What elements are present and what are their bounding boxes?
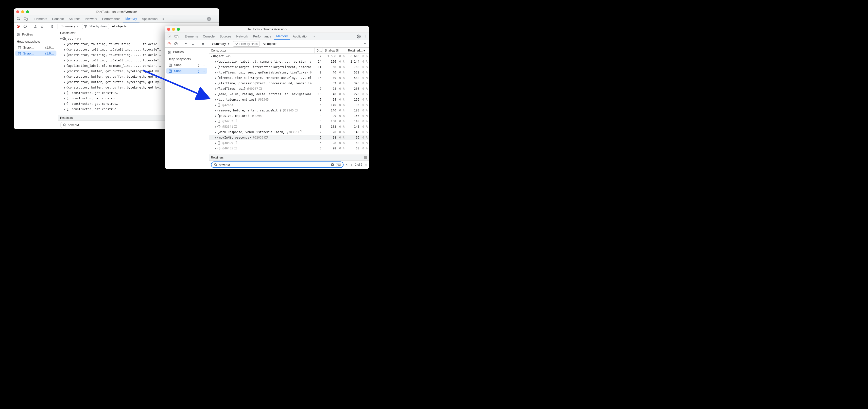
search-icon [63,123,66,127]
tab-application[interactable]: Application [290,33,311,40]
tab-memory[interactable]: Memory [274,33,290,40]
table-row[interactable]: {loadTimes, csi} @497072280 %2600 % [209,86,369,91]
tab-application[interactable]: Application [140,15,160,23]
profiles-header[interactable]: Profiles [14,31,58,38]
objects-scope[interactable]: All objects [261,41,279,47]
clear-search-icon[interactable] [331,163,334,167]
svg-line-7 [24,25,26,27]
table-row[interactable]: {} @464553280 %680 % [209,146,369,151]
titlebar: DevTools - chrome://version/ [165,26,369,33]
snapshot-item[interactable]: Snap…(1.… [166,68,207,74]
toolbar-overflow[interactable]: ▼ [362,42,368,45]
gc-button[interactable] [200,41,206,47]
col-constructor[interactable]: Constructor [209,48,314,53]
table-row[interactable]: {} @3425331080 %1480 % [209,119,369,124]
gc-button[interactable] [49,23,55,29]
snapshot-item[interactable]: Snap…(1.6… [15,45,56,50]
next-match-icon[interactable]: ∨ [350,163,352,167]
profiles-header[interactable]: Profiles [165,49,209,55]
record-button[interactable] [166,41,172,47]
tab-elements[interactable]: Elements [31,15,50,23]
panel-tabs: ElementsConsoleSourcesNetworkPerformance… [14,15,219,23]
minimize-icon[interactable] [172,28,175,31]
match-case-icon[interactable]: Aa [336,163,341,167]
retainers-header[interactable]: Retainers [209,154,369,160]
table-row[interactable]: {name, value, rating, delta, entries, id… [209,91,369,97]
inspect-icon[interactable] [15,15,22,23]
zoom-icon[interactable] [26,10,29,13]
record-button[interactable] [15,23,21,29]
objscope-label: All objects [263,42,277,46]
settings-gear-icon[interactable] [355,33,362,40]
load-button[interactable] [32,23,38,29]
tab-network[interactable]: Network [234,33,251,40]
view-select[interactable]: Summary▼ [59,23,81,29]
filter-input[interactable]: Filter by class [82,24,109,29]
close-icon[interactable] [16,10,19,13]
tab-performance[interactable]: Performance [99,15,123,23]
heap-section: Heap snapshots [14,38,58,45]
table-row[interactable]: {} @5354131080 %1480 % [209,124,369,129]
close-search-icon[interactable]: ✕ [365,163,367,167]
table-row[interactable]: {remove, before, after, replaceWith} @62… [209,108,369,113]
table-row[interactable]: Object ×4521 5560 %6 6160 % [209,54,369,59]
col-retained[interactable]: Retained…▼ [346,48,369,53]
snapshot-item[interactable]: Snap…(1.6… [15,51,56,56]
clear-button[interactable] [22,23,28,29]
svg-point-19 [168,43,169,44]
heap-grid[interactable]: Object ×4521 5560 %6 6160 %{application_… [209,54,369,154]
save-button[interactable] [39,23,45,29]
more-vert-icon[interactable]: ⋮ [212,15,219,23]
inspect-icon[interactable] [166,33,173,40]
close-icon[interactable] [167,28,170,31]
objects-scope[interactable]: All objects [110,23,128,29]
tab-sources[interactable]: Sources [66,15,83,23]
table-row[interactable]: {interactionTarget, interactionTargetEle… [209,64,369,70]
device-icon[interactable] [22,15,29,23]
tab-performance[interactable]: Performance [250,33,274,40]
tab-console[interactable]: Console [200,33,217,40]
table-row[interactable]: {webUIResponse, webUIListenerCallback} @… [209,129,369,135]
tab-memory[interactable]: Memory [123,15,140,23]
table-row[interactable]: {startTime, processingStart, processingE… [209,81,369,86]
more-vert-icon[interactable]: ⋮ [362,33,369,40]
svg-point-13 [63,124,65,126]
col-distance[interactable]: Di… [314,48,323,53]
save-button[interactable] [190,41,196,47]
view-select[interactable]: Summary▼ [210,41,232,47]
tabs-overflow[interactable]: » [311,33,317,40]
minimize-icon[interactable] [21,10,24,13]
table-row[interactable]: {element, timeToFirstByte, resourceLoadD… [209,75,369,81]
tab-console[interactable]: Console [50,15,66,23]
table-row[interactable]: {nowInMicroseconds} @620393280 %960 % [209,135,369,140]
clear-button[interactable] [173,41,179,47]
menu-icon[interactable] [364,156,367,159]
table-row[interactable]: {} @383993280 %680 % [209,140,369,146]
filter-placeholder: Filter by class [240,42,257,46]
filter-input[interactable]: Filter by class [233,41,260,47]
tab-elements[interactable]: Elements [182,33,200,40]
tabs-overflow[interactable]: » [160,15,166,23]
tab-sources[interactable]: Sources [217,33,234,40]
snapshot-item[interactable]: Snap…(1.… [166,62,207,68]
table-row[interactable]: {passive, capture} @622934200 %1600 % [209,113,369,119]
load-button[interactable] [183,41,189,47]
table-row[interactable]: {loadTimes, csi, send, getVariableValue,… [209,70,369,75]
settings-gear-icon[interactable] [206,15,212,23]
search-field[interactable] [219,163,329,167]
prev-match-icon[interactable]: ∧ [345,163,348,167]
view-label: Summary [61,24,75,28]
device-icon[interactable] [173,33,180,40]
table-row[interactable]: {id, latency, entries} @623455240 %1960 … [209,97,369,102]
window-title: DevTools - chrome://version/ [165,27,369,31]
table-row[interactable]: {application_label, cl, command_line, ..… [209,59,369,64]
zoom-icon[interactable] [177,28,180,31]
table-row[interactable]: {} @4266351400 %1800 % [209,102,369,108]
svg-rect-2 [26,18,27,21]
tab-network[interactable]: Network [83,15,100,23]
col-shallow[interactable]: Shallow Si… [323,48,346,53]
traffic-lights [16,10,29,13]
traffic-lights [167,28,180,31]
search-input[interactable]: Aa [211,162,344,168]
svg-point-24 [168,53,169,54]
